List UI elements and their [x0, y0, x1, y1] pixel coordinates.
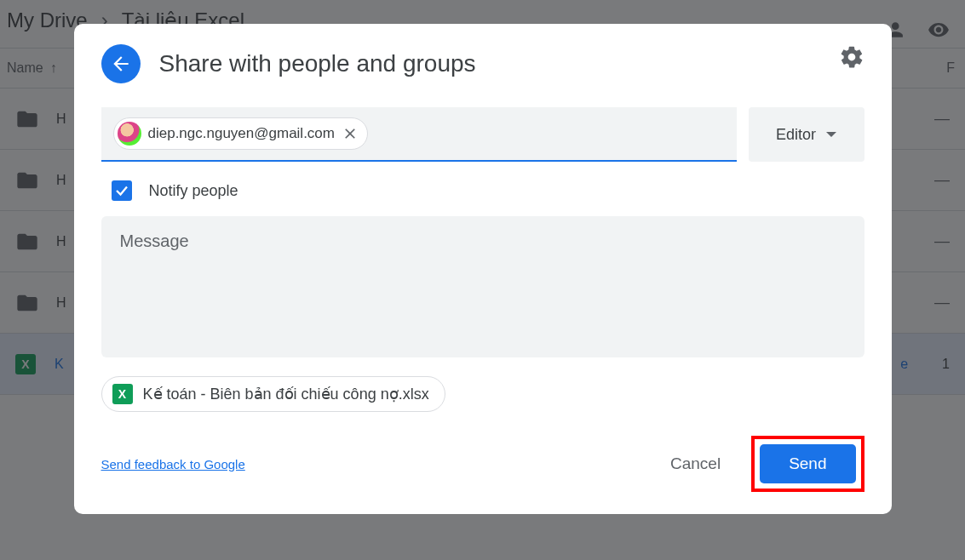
- send-highlight: Send: [751, 436, 864, 492]
- arrow-left-icon: [110, 53, 132, 75]
- role-dropdown[interactable]: Editor: [749, 107, 864, 162]
- message-input[interactable]: Message: [101, 216, 864, 357]
- close-icon: [342, 125, 359, 142]
- file-name: Kế toán - Biên bản đối chiếu công nợ.xls…: [143, 385, 429, 403]
- notify-checkbox[interactable]: [112, 180, 132, 201]
- modal-overlay: Share with people and groups diep.ngc.ng…: [0, 0, 965, 560]
- settings-button[interactable]: [839, 44, 864, 70]
- chip-remove-button[interactable]: [342, 125, 359, 142]
- check-icon: [114, 183, 129, 198]
- sheets-icon: [112, 384, 133, 404]
- file-chip[interactable]: Kế toán - Biên bản đối chiếu công nợ.xls…: [101, 376, 445, 412]
- back-button[interactable]: [101, 44, 141, 83]
- chevron-down-icon: [826, 132, 836, 137]
- chip-email: diep.ngc.nguyen@gmail.com: [148, 125, 336, 142]
- cancel-button[interactable]: Cancel: [657, 446, 734, 482]
- person-chip[interactable]: diep.ngc.nguyen@gmail.com: [113, 117, 369, 150]
- dialog-title: Share with people and groups: [159, 50, 476, 77]
- share-dialog: Share with people and groups diep.ngc.ng…: [74, 24, 892, 514]
- notify-label: Notify people: [149, 182, 238, 200]
- feedback-link[interactable]: Send feedback to Google: [101, 457, 245, 471]
- send-button[interactable]: Send: [760, 444, 855, 483]
- avatar: [118, 122, 141, 146]
- people-input[interactable]: diep.ngc.nguyen@gmail.com: [101, 107, 737, 162]
- gear-icon: [839, 44, 864, 70]
- role-label: Editor: [776, 126, 816, 144]
- message-placeholder: Message: [120, 231, 846, 251]
